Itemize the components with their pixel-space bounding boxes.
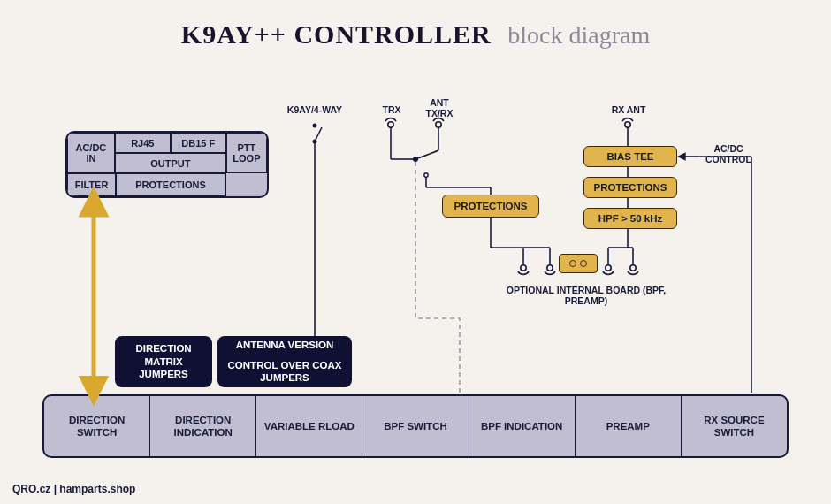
bus-variable-rload: VARIABLE RLOAD (256, 396, 362, 456)
direction-matrix-jumpers-box: DIRECTION MATRIX JUMPERS (115, 336, 212, 387)
svg-point-5 (313, 140, 317, 144)
svg-point-11 (413, 157, 418, 162)
diagram-canvas: { "title": { "main": "K9AY++ CONTROLLER"… (0, 0, 831, 504)
title-row: K9AY++ CONTROLLER block diagram (0, 19, 831, 50)
bottom-bus: DIRECTION SWITCH DIRECTION INDICATION VA… (42, 394, 789, 458)
control-over-coax-label: CONTROL OVER COAX JUMPERS (225, 359, 345, 385)
bus-rx-source-switch: RX SOURCE SWITCH (682, 396, 787, 456)
bus-direction-indication: DIRECTION INDICATION (150, 396, 256, 456)
cell-output: OUTPUT (115, 153, 226, 173)
cell-filter: FILTER (67, 173, 116, 196)
hpf-block: HPF > 50 kHz (583, 208, 677, 229)
svg-line-7 (315, 127, 322, 141)
bus-direction-switch: DIRECTION SWITCH (44, 396, 150, 456)
direction-matrix-jumpers-label: DIRECTION MATRIX JUMPERS (122, 342, 205, 380)
cell-acdc-in: AC/DC IN (67, 133, 115, 173)
cell-db15: DB15 F (171, 133, 226, 153)
optional-internal-board-socket (559, 254, 598, 273)
svg-point-6 (313, 124, 317, 128)
socket-dot (580, 260, 587, 267)
opt-in-right-connector-icon (599, 262, 617, 276)
page-subtitle: block diagram (507, 21, 650, 49)
bus-preamp: PREAMP (576, 396, 682, 456)
socket-dot (569, 260, 576, 267)
cell-protections: PROTECTIONS (116, 173, 225, 196)
opt-in-right2-connector-icon (624, 262, 642, 276)
cell-pad (225, 173, 267, 196)
label-trx: TRX (378, 104, 405, 115)
rx-ant-connector-icon (619, 117, 637, 131)
bus-bpf-indication: BPF INDICATION (469, 396, 576, 456)
bias-tee-block: BIAS TEE (583, 146, 677, 167)
label-optional-board: OPTIONAL INTERNAL BOARD (BPF, PREAMP) (504, 285, 668, 306)
opt-in-left-connector-icon (515, 262, 532, 276)
cell-rj45: RJ45 (115, 133, 171, 153)
io-connector-block: AC/DC IN RJ45 DB15 F OUTPUT PTT LOOP FIL… (65, 131, 269, 198)
opt-in-left2-connector-icon (541, 262, 559, 276)
label-ant-txrx: ANT TX/RX (417, 97, 461, 118)
protections-left-block: PROTECTIONS (442, 195, 539, 218)
ant-txrx-connector-icon (430, 117, 447, 131)
antenna-coax-jumpers-box: ANTENNA VERSION CONTROL OVER COAX JUMPER… (217, 336, 352, 387)
cell-ptt-loop: PTT LOOP (226, 133, 267, 173)
bus-bpf-switch: BPF SWITCH (362, 396, 469, 456)
page-title: K9AY++ CONTROLLER (181, 19, 492, 49)
label-k9ay-4way: K9AY/4-WAY (279, 104, 350, 115)
label-rx-ant: RX ANT (606, 104, 651, 115)
label-acdc-control: AC/DC CONTROL (700, 143, 757, 164)
footer-credit: QRO.cz | hamparts.shop (12, 483, 135, 495)
svg-point-13 (424, 173, 428, 177)
antenna-version-label: ANTENNA VERSION (236, 339, 334, 351)
trx-connector-icon (382, 117, 400, 131)
protections-right-block: PROTECTIONS (583, 177, 677, 198)
